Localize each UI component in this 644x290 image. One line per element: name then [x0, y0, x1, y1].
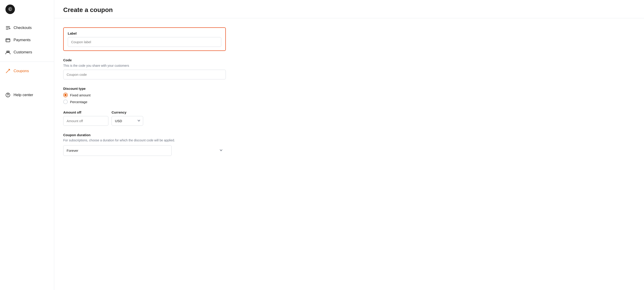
- svg-rect-0: [6, 39, 10, 42]
- sidebar-item-customers[interactable]: Customers: [0, 47, 54, 58]
- code-description: This is the code you share with your cus…: [63, 64, 226, 67]
- amount-currency-row: Amount off Currency USD EUR GBP CAD AUD: [63, 110, 226, 126]
- svg-point-3: [8, 51, 10, 52]
- page-header: Create a coupon: [54, 0, 644, 18]
- logo-icon[interactable]: ©: [6, 5, 15, 14]
- amount-off-label: Amount off: [63, 110, 108, 114]
- label-section: Label: [63, 27, 226, 51]
- coupons-icon: [6, 69, 10, 74]
- radio-item-fixed-amount[interactable]: Fixed amount: [63, 93, 226, 97]
- coupon-duration-title: Coupon duration: [63, 133, 90, 137]
- sidebar-item-help-center[interactable]: Help center: [0, 89, 54, 101]
- payments-label: Payments: [14, 38, 31, 42]
- currency-field: Currency USD EUR GBP CAD AUD: [112, 110, 143, 126]
- radio-fixed-amount-dot: [64, 94, 66, 96]
- currency-label: Currency: [112, 110, 143, 114]
- code-section: Code This is the code you share with you…: [63, 58, 226, 79]
- help-center-label: Help center: [14, 93, 33, 97]
- currency-select[interactable]: USD EUR GBP CAD AUD: [112, 116, 143, 126]
- duration-select-wrapper: Forever Once Multiple months: [63, 145, 226, 156]
- sidebar-item-checkouts[interactable]: Checkouts: [0, 22, 54, 34]
- sidebar-logo: ©: [0, 0, 54, 19]
- code-input[interactable]: [63, 70, 226, 79]
- label-input[interactable]: [68, 37, 221, 47]
- radio-fixed-amount-label: Fixed amount: [70, 93, 90, 97]
- main-content: Create a coupon Label Code This is the c…: [54, 0, 644, 290]
- duration-chevron-icon: [220, 149, 223, 153]
- duration-select[interactable]: Forever Once Multiple months: [63, 145, 172, 156]
- amount-off-field: Amount off: [63, 110, 108, 126]
- amount-currency-section: Amount off Currency USD EUR GBP CAD AUD: [63, 110, 226, 126]
- checkouts-label: Checkouts: [14, 26, 32, 30]
- help-icon: [6, 92, 10, 97]
- sidebar-item-payments[interactable]: Payments: [0, 34, 54, 46]
- svg-point-2: [6, 51, 8, 52]
- discount-type-radio-group: Fixed amount Percentage: [63, 93, 226, 104]
- radio-percentage-indicator: [63, 99, 68, 104]
- amount-off-input[interactable]: [63, 116, 108, 126]
- svg-point-1: [6, 41, 7, 41]
- checkouts-icon: [6, 25, 10, 30]
- nav-divider: [0, 62, 54, 62]
- coupon-duration-section: Coupon duration For subscriptions, choos…: [63, 133, 226, 156]
- coupons-label: Coupons: [14, 69, 29, 73]
- form-container: Label Code This is the code you share wi…: [54, 18, 235, 171]
- page-title: Create a coupon: [63, 6, 635, 14]
- currency-select-wrapper: USD EUR GBP CAD AUD: [112, 116, 143, 126]
- discount-type-label: Discount type: [63, 87, 226, 90]
- label-field-label: Label: [68, 32, 221, 35]
- radio-fixed-amount-indicator: [63, 93, 68, 97]
- radio-item-percentage[interactable]: Percentage: [63, 99, 226, 104]
- customers-label: Customers: [14, 50, 32, 55]
- sidebar-item-coupons[interactable]: Coupons: [0, 65, 54, 77]
- customers-icon: [6, 50, 10, 55]
- radio-percentage-label: Percentage: [70, 100, 88, 104]
- coupon-duration-description: For subscriptions, choose a duration for…: [63, 138, 226, 142]
- code-field-label: Code: [63, 58, 226, 62]
- discount-type-section: Discount type Fixed amount Percentage: [63, 87, 226, 104]
- sidebar-nav: Checkouts Payments Custome: [0, 19, 54, 80]
- sidebar: © Checkouts Payments: [0, 0, 54, 290]
- payments-icon: [6, 38, 10, 43]
